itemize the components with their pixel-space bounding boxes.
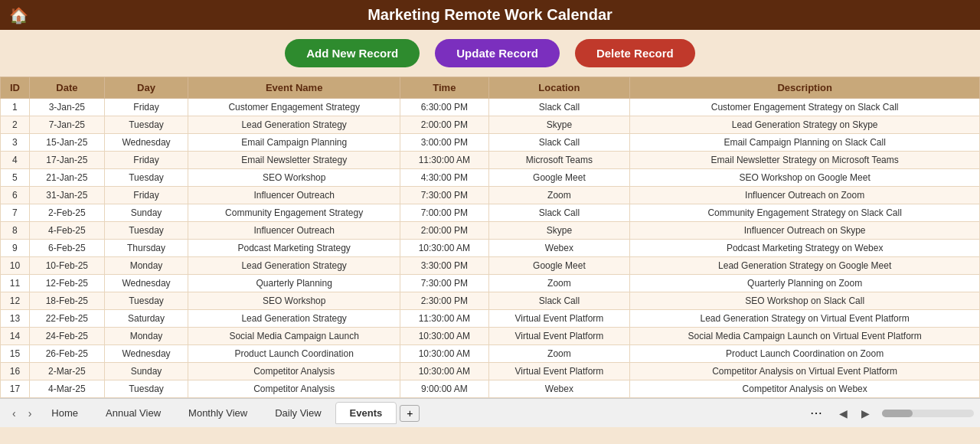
data-table-container: ID Date Day Event Name Time Location Des… <box>0 77 980 398</box>
table-row[interactable]: 1218-Feb-25TuesdaySEO Workshop2:30:00 PM… <box>1 292 980 310</box>
tab-daily-view[interactable]: Daily View <box>261 403 335 423</box>
header-bar: 🏠 Marketing Remote Work Calendar <box>0 0 980 30</box>
cell-6-6: Community Engagement Strategy on Slack C… <box>630 204 980 222</box>
bottom-right-controls: ⋯ ◀ ▶ <box>805 404 974 423</box>
table-row[interactable]: 1112-Feb-25WednesdayQuarterly Planning7:… <box>1 275 980 292</box>
cell-4-6: SEO Workshop on Google Meet <box>630 169 980 187</box>
cell-11-3: SEO Workshop <box>188 292 400 310</box>
cell-8-1: 6-Feb-25 <box>29 240 104 257</box>
cell-5-0: 6 <box>1 187 30 204</box>
table-row[interactable]: 417-Jan-25FridayEmail Newsletter Strateg… <box>1 152 980 169</box>
cell-7-0: 8 <box>1 222 30 240</box>
cell-4-1: 21-Jan-25 <box>29 169 104 187</box>
table-row[interactable]: 1322-Feb-25SaturdayLead Generation Strat… <box>1 310 980 328</box>
col-date: Date <box>29 77 104 99</box>
cell-8-4: 10:30:00 AM <box>400 240 488 257</box>
cell-5-3: Influencer Outreach <box>188 187 400 204</box>
cell-5-1: 31-Jan-25 <box>29 187 104 204</box>
home-icon[interactable]: 🏠 <box>9 6 28 24</box>
tab-home[interactable]: Home <box>38 403 92 423</box>
table-row[interactable]: 27-Jan-25TuesdayLead Generation Strategy… <box>1 116 980 134</box>
scroll-right-button[interactable]: ▶ <box>855 404 876 423</box>
table-row[interactable]: 84-Feb-25TuesdayInfluencer Outreach2:00:… <box>1 222 980 240</box>
cell-1-4: 2:00:00 PM <box>400 116 488 134</box>
cell-5-2: Friday <box>104 187 188 204</box>
cell-16-0: 17 <box>1 380 30 398</box>
table-row[interactable]: 174-Mar-25TuesdayCompetitor Analysis9:00… <box>1 380 980 398</box>
cell-11-5: Slack Call <box>488 292 630 310</box>
cell-1-1: 7-Jan-25 <box>29 116 104 134</box>
scroll-left-button[interactable]: ◀ <box>833 404 854 423</box>
cell-11-0: 12 <box>1 292 30 310</box>
table-row[interactable]: 521-Jan-25TuesdaySEO Workshop4:30:00 PMG… <box>1 169 980 187</box>
update-record-button[interactable]: Update Record <box>435 39 560 67</box>
cell-0-3: Customer Engagement Strategy <box>188 99 400 116</box>
table-row[interactable]: 631-Jan-25FridayInfluencer Outreach7:30:… <box>1 187 980 204</box>
table-row[interactable]: 1424-Feb-25MondaySocial Media Campaign L… <box>1 328 980 345</box>
nav-prev-button[interactable]: ‹ <box>6 404 22 423</box>
table-row[interactable]: 96-Feb-25ThursdayPodcast Marketing Strat… <box>1 240 980 257</box>
table-row[interactable]: 1010-Feb-25MondayLead Generation Strateg… <box>1 257 980 275</box>
table-row[interactable]: 315-Jan-25WednesdayEmail Campaign Planni… <box>1 134 980 152</box>
cell-12-2: Saturday <box>104 310 188 328</box>
cell-13-0: 14 <box>1 328 30 345</box>
cell-4-0: 5 <box>1 169 30 187</box>
tab-events[interactable]: Events <box>335 402 397 424</box>
tab-monthly-view[interactable]: Monthly View <box>175 403 261 423</box>
cell-11-2: Tuesday <box>104 292 188 310</box>
cell-6-5: Slack Call <box>488 204 630 222</box>
cell-13-6: Social Media Campaign Launch on Virtual … <box>630 328 980 345</box>
table-header-row: ID Date Day Event Name Time Location Des… <box>1 77 980 99</box>
cell-2-2: Wednesday <box>104 134 188 152</box>
cell-15-1: 2-Mar-25 <box>29 363 104 380</box>
table-row[interactable]: 1526-Feb-25WednesdayProduct Launch Coord… <box>1 345 980 363</box>
cell-5-4: 7:30:00 PM <box>400 187 488 204</box>
cell-12-5: Virtual Event Platform <box>488 310 630 328</box>
cell-3-5: Microsoft Teams <box>488 152 630 169</box>
cell-12-4: 11:30:00 AM <box>400 310 488 328</box>
events-table: ID Date Day Event Name Time Location Des… <box>0 77 980 398</box>
cell-14-2: Wednesday <box>104 345 188 363</box>
table-row[interactable]: 13-Jan-25FridayCustomer Engagement Strat… <box>1 99 980 116</box>
cell-1-0: 2 <box>1 116 30 134</box>
add-tab-button[interactable]: + <box>400 405 420 422</box>
cell-2-3: Email Campaign Planning <box>188 134 400 152</box>
cell-12-6: Lead Generation Strategy on Virtual Even… <box>630 310 980 328</box>
nav-next-button[interactable]: › <box>22 404 38 423</box>
table-row[interactable]: 162-Mar-25SundayCompetitor Analysis10:30… <box>1 363 980 380</box>
cell-0-6: Customer Engagement Strategy on Slack Ca… <box>630 99 980 116</box>
cell-3-3: Email Newsletter Strategy <box>188 152 400 169</box>
cell-9-6: Lead Generation Strategy on Google Meet <box>630 257 980 275</box>
cell-10-6: Quarterly Planning on Zoom <box>630 275 980 292</box>
cell-13-5: Virtual Event Platform <box>488 328 630 345</box>
more-options-icon[interactable]: ⋯ <box>805 404 827 422</box>
add-record-button[interactable]: Add New Record <box>285 39 420 67</box>
cell-15-5: Virtual Event Platform <box>488 363 630 380</box>
cell-7-3: Influencer Outreach <box>188 222 400 240</box>
tab-annual-view[interactable]: Annual View <box>92 403 175 423</box>
cell-16-2: Tuesday <box>104 380 188 398</box>
cell-6-1: 2-Feb-25 <box>29 204 104 222</box>
table-row[interactable]: 72-Feb-25SundayCommunity Engagement Stra… <box>1 204 980 222</box>
cell-4-3: SEO Workshop <box>188 169 400 187</box>
cell-13-1: 24-Feb-25 <box>29 328 104 345</box>
cell-12-1: 22-Feb-25 <box>29 310 104 328</box>
cell-14-1: 26-Feb-25 <box>29 345 104 363</box>
cell-11-4: 2:30:00 PM <box>400 292 488 310</box>
cell-10-3: Quarterly Planning <box>188 275 400 292</box>
cell-7-5: Skype <box>488 222 630 240</box>
delete-record-button[interactable]: Delete Record <box>575 39 695 67</box>
col-description: Description <box>630 77 980 99</box>
cell-13-4: 10:30:00 AM <box>400 328 488 345</box>
cell-14-5: Zoom <box>488 345 630 363</box>
horizontal-scrollbar[interactable] <box>882 410 974 417</box>
cell-1-3: Lead Generation Strategy <box>188 116 400 134</box>
cell-9-4: 3:30:00 PM <box>400 257 488 275</box>
cell-8-3: Podcast Marketing Strategy <box>188 240 400 257</box>
cell-4-4: 4:30:00 PM <box>400 169 488 187</box>
cell-14-3: Product Launch Coordination <box>188 345 400 363</box>
cell-10-4: 7:30:00 PM <box>400 275 488 292</box>
cell-10-2: Wednesday <box>104 275 188 292</box>
cell-15-2: Sunday <box>104 363 188 380</box>
toolbar: Add New Record Update Record Delete Reco… <box>0 30 980 77</box>
